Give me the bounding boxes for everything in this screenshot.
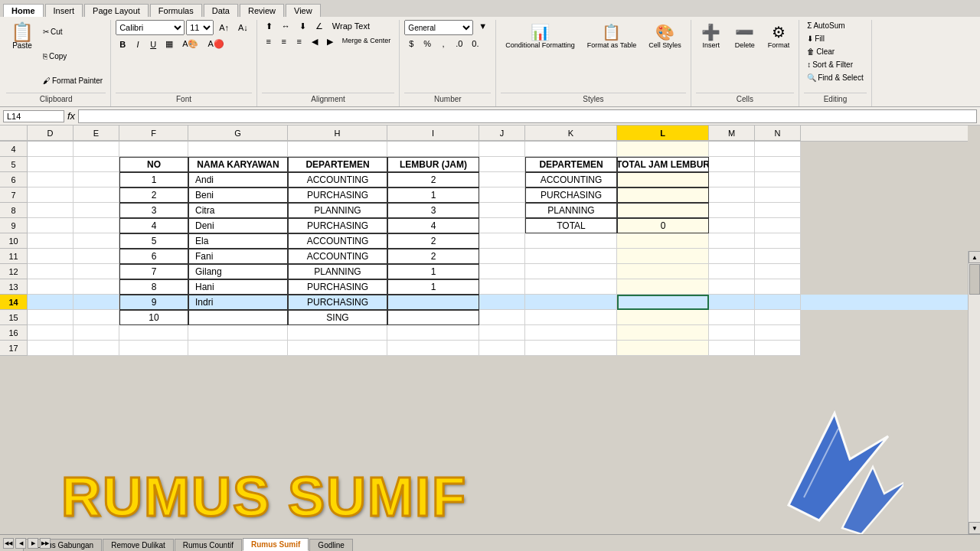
cell-e10[interactable] <box>74 233 119 249</box>
cell-m15[interactable] <box>709 310 755 325</box>
scroll-up-button[interactable]: ▲ <box>969 251 980 263</box>
cell-m7[interactable] <box>709 187 755 203</box>
cell-k5-dept2[interactable]: DEPARTEMEN <box>525 157 617 172</box>
cell-g8[interactable]: Citra <box>188 203 288 218</box>
cell-n9[interactable] <box>755 218 801 233</box>
cell-n16[interactable] <box>755 325 801 341</box>
row-header-15[interactable]: 15 <box>0 310 28 325</box>
tab-review[interactable]: Review <box>240 4 284 17</box>
col-header-n[interactable]: N <box>755 126 801 141</box>
cell-j12[interactable] <box>479 264 525 279</box>
align-bottom-button[interactable]: ⬇ <box>296 20 310 33</box>
col-header-l[interactable]: L <box>617 126 709 141</box>
cell-l4[interactable] <box>617 142 709 157</box>
cell-k14[interactable] <box>525 295 617 310</box>
cell-n13[interactable] <box>755 279 801 295</box>
cell-l10[interactable] <box>617 233 709 249</box>
cell-d15[interactable] <box>28 310 74 325</box>
cell-l9[interactable]: 0 <box>617 218 709 233</box>
cell-h14[interactable]: PURCHASING <box>288 295 387 310</box>
cell-m12[interactable] <box>709 264 755 279</box>
cell-m11[interactable] <box>709 249 755 264</box>
sort-filter-button[interactable]: ↕ Sort & Filter <box>804 59 856 70</box>
cut-button[interactable]: ✂ Cut <box>40 26 106 37</box>
cell-h9[interactable]: PURCHASING <box>288 218 387 233</box>
cell-i9[interactable]: 4 <box>387 218 479 233</box>
col-header-f[interactable]: F <box>119 126 188 141</box>
align-top-button[interactable]: ⬆ <box>262 20 276 33</box>
cell-h11[interactable]: ACCOUNTING <box>288 249 387 264</box>
cell-l17[interactable] <box>617 341 709 356</box>
paste-button[interactable]: 📋 Paste <box>6 20 38 53</box>
cell-j9[interactable] <box>479 218 525 233</box>
cell-e5[interactable] <box>74 157 119 172</box>
cell-f5-no[interactable]: NO <box>119 157 188 172</box>
decrease-font-button[interactable]: A↓ <box>234 21 252 34</box>
cell-m4[interactable] <box>709 142 755 157</box>
increase-font-button[interactable]: A↑ <box>215 21 233 34</box>
cell-g4[interactable] <box>188 142 288 157</box>
cell-g16[interactable] <box>188 325 288 341</box>
cell-h4[interactable] <box>288 142 387 157</box>
cell-m8[interactable] <box>709 203 755 218</box>
cell-g11[interactable]: Fani <box>188 249 288 264</box>
cell-g14[interactable]: Indri <box>188 295 288 310</box>
cell-j16[interactable] <box>479 325 525 341</box>
number-format-select[interactable]: General <box>404 20 473 35</box>
col-header-e[interactable]: E <box>74 126 119 141</box>
cell-l7[interactable] <box>617 187 709 203</box>
cell-j10[interactable] <box>479 233 525 249</box>
cell-d10[interactable] <box>28 233 74 249</box>
insert-button[interactable]: ➕ Insert <box>696 20 727 52</box>
cell-e9[interactable] <box>74 218 119 233</box>
formula-input[interactable] <box>78 109 977 123</box>
decimal-decrease-button[interactable]: 0. <box>468 37 482 50</box>
sheet-tab-rumus-countif[interactable]: Rumus Countif <box>175 539 242 551</box>
row-header-9[interactable]: 9 <box>0 218 28 233</box>
cell-d12[interactable] <box>28 264 74 279</box>
cell-i15[interactable] <box>387 310 479 325</box>
cell-e16[interactable] <box>74 325 119 341</box>
row-header-14[interactable]: 14 <box>0 295 28 310</box>
cell-i10[interactable]: 2 <box>387 233 479 249</box>
cell-e14[interactable] <box>74 295 119 310</box>
cell-i17[interactable] <box>387 341 479 356</box>
cell-f8[interactable]: 3 <box>119 203 188 218</box>
cell-i5-jam[interactable]: LEMBUR (JAM) <box>387 157 479 172</box>
cell-n14[interactable] <box>755 295 801 310</box>
tab-data[interactable]: Data <box>204 4 238 17</box>
cell-n15[interactable] <box>755 310 801 325</box>
cell-l13[interactable] <box>617 279 709 295</box>
cell-d17[interactable] <box>28 341 74 356</box>
cell-j8[interactable] <box>479 203 525 218</box>
cell-f15[interactable]: 10 <box>119 310 188 325</box>
sheet-prev-button[interactable]: ◀ <box>15 538 26 549</box>
cell-i14[interactable] <box>387 295 479 310</box>
cell-e12[interactable] <box>74 264 119 279</box>
cell-f10[interactable]: 5 <box>119 233 188 249</box>
cell-f9[interactable]: 4 <box>119 218 188 233</box>
font-name-select[interactable]: Calibri <box>116 20 185 35</box>
cell-j5[interactable] <box>479 157 525 172</box>
cell-l15[interactable] <box>617 310 709 325</box>
row-header-8[interactable]: 8 <box>0 203 28 218</box>
align-center-button[interactable]: ≡ <box>277 35 291 48</box>
col-header-d[interactable]: D <box>28 126 74 141</box>
tab-page-layout[interactable]: Page Layout <box>84 4 149 17</box>
scroll-track[interactable] <box>969 263 980 522</box>
cell-k6[interactable]: ACCOUNTING <box>525 172 617 187</box>
cell-k10[interactable] <box>525 233 617 249</box>
merge-center-button[interactable]: Merge & Center <box>338 35 395 48</box>
find-select-button[interactable]: 🔍 Find & Select <box>804 72 866 83</box>
cell-k8[interactable]: PLANNING <box>525 203 617 218</box>
cell-g13[interactable]: Hani <box>188 279 288 295</box>
cell-h10[interactable]: ACCOUNTING <box>288 233 387 249</box>
row-header-10[interactable]: 10 <box>0 233 28 249</box>
col-header-m[interactable]: M <box>709 126 755 141</box>
cell-n10[interactable] <box>755 233 801 249</box>
format-painter-button[interactable]: 🖌 Format Painter <box>40 75 106 86</box>
text-angle-button[interactable]: ∠ <box>312 20 327 33</box>
bold-button[interactable]: B <box>116 38 129 51</box>
cell-f4[interactable] <box>119 142 188 157</box>
cell-j11[interactable] <box>479 249 525 264</box>
